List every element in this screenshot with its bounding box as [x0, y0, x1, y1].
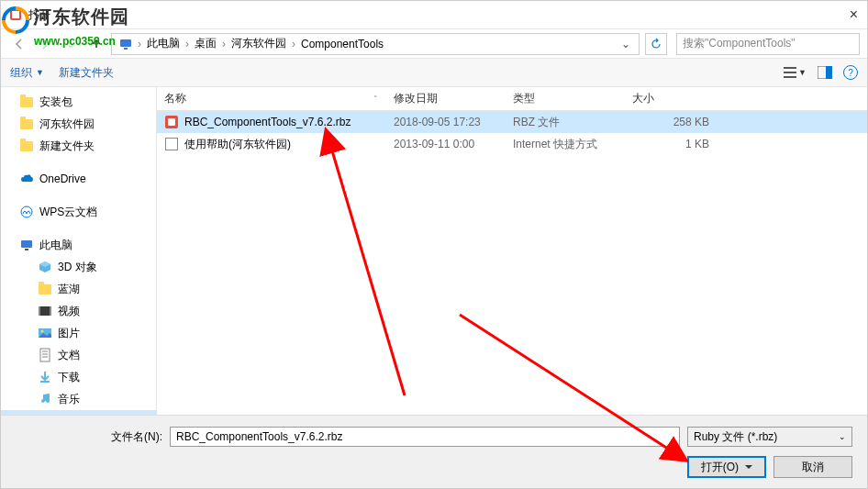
sidebar-item-label: 河东软件园	[39, 117, 95, 132]
filename-label: 文件名(N):	[16, 429, 162, 445]
chevron-down-icon: ⌄	[839, 432, 846, 441]
dialog-footer: 文件名(N): Ruby 文件 (*.rbz) ⌄ 打开(O) 取消	[1, 415, 867, 488]
col-date[interactable]: 修改日期	[386, 91, 506, 106]
docs-icon	[38, 348, 52, 362]
sidebar-item-6[interactable]: 3D 对象	[1, 256, 156, 278]
svg-rect-8	[826, 66, 832, 79]
breadcrumb[interactable]: › 此电脑 › 桌面 › 河东软件园 › ComponentTools ⌄	[111, 33, 640, 55]
refresh-icon[interactable]	[645, 33, 667, 55]
sidebar-item-label: 此电脑	[39, 238, 72, 253]
sidebar-item-label: 文档	[58, 348, 80, 363]
help-icon[interactable]: ?	[843, 65, 858, 80]
main-area: 安装包河东软件园新建文件夹OneDriveWPS云文档此电脑3D 对象蓝湖视频图…	[1, 87, 867, 416]
toolbar: 组织 ▼ 新建文件夹 ▼ ?	[1, 58, 867, 87]
window-title: 打开	[28, 7, 50, 23]
breadcrumb-item[interactable]: ComponentTools	[297, 38, 387, 50]
file-date: 2013-09-11 0:00	[386, 138, 506, 150]
organize-button[interactable]: 组织 ▼	[10, 65, 44, 81]
svg-rect-5	[784, 72, 796, 73]
svg-rect-3	[124, 48, 128, 50]
sidebar-item-label: 安装包	[39, 94, 72, 110]
sidebar-item-label: 视频	[58, 304, 80, 319]
file-size: 258 KB	[625, 116, 717, 128]
sidebar-item-3[interactable]: OneDrive	[1, 168, 156, 190]
cancel-button[interactable]: 取消	[773, 456, 852, 478]
nav-forward-icon[interactable]	[34, 33, 56, 55]
sidebar-item-0[interactable]: 安装包	[1, 91, 156, 113]
file-date: 2018-09-05 17:23	[386, 116, 506, 128]
nav-back-icon[interactable]	[8, 33, 30, 55]
sidebar-item-7[interactable]: 蓝湖	[1, 278, 156, 300]
column-headers: 名称˄ 修改日期 类型 大小	[157, 87, 867, 111]
sidebar-item-10[interactable]: 文档	[1, 344, 156, 366]
link-icon	[164, 137, 179, 151]
svg-point-9	[21, 206, 32, 217]
folder-icon	[38, 282, 52, 296]
filetype-select[interactable]: Ruby 文件 (*.rbz) ⌄	[687, 427, 852, 447]
new-folder-button[interactable]: 新建文件夹	[59, 65, 114, 81]
navbar: ⌄ › 此电脑 › 桌面 › 河东软件园 › ComponentTools ⌄ …	[1, 28, 867, 58]
pictures-icon	[38, 326, 52, 340]
chevron-right-icon[interactable]: ›	[138, 38, 141, 50]
chevron-right-icon[interactable]: ›	[292, 38, 295, 50]
file-row[interactable]: RBC_ComponentTools_v7.6.2.rbz2018-09-05 …	[157, 111, 867, 133]
svg-rect-1	[12, 11, 19, 18]
preview-pane-button[interactable]	[818, 66, 832, 79]
breadcrumb-item[interactable]: 此电脑	[143, 36, 184, 51]
sidebar-item-label: WPS云文档	[39, 205, 97, 220]
video-icon	[38, 304, 52, 318]
sidebar-item-label: 新建文件夹	[39, 139, 95, 154]
breadcrumb-item[interactable]: 河东软件园	[228, 36, 290, 51]
sidebar-item-label: 图片	[58, 326, 80, 341]
sidebar-item-11[interactable]: 下载	[1, 366, 156, 388]
view-mode-button[interactable]: ▼	[784, 66, 807, 79]
sidebar-item-8[interactable]: 视频	[1, 300, 156, 322]
sidebar-item-4[interactable]: WPS云文档	[1, 201, 156, 223]
sidebar-item-label: OneDrive	[39, 172, 86, 185]
close-icon[interactable]: ×	[850, 6, 858, 23]
svg-rect-4	[784, 67, 796, 69]
file-row[interactable]: 使用帮助(河东软件园)2013-09-11 0:00Internet 快捷方式1…	[157, 133, 867, 155]
sidebar-item-label: 下载	[58, 370, 80, 385]
svg-rect-13	[39, 306, 40, 316]
svg-rect-14	[50, 306, 51, 316]
col-name[interactable]: 名称˄	[157, 91, 386, 106]
svg-rect-17	[40, 349, 50, 361]
folder-icon	[19, 94, 34, 109]
file-type: Internet 快捷方式	[506, 137, 625, 152]
file-name: 使用帮助(河东软件园)	[184, 137, 291, 152]
pc-icon	[19, 238, 34, 252]
rbz-icon	[164, 115, 179, 129]
sidebar-item-2[interactable]: 新建文件夹	[1, 135, 156, 157]
svg-rect-6	[784, 76, 796, 78]
col-type[interactable]: 类型	[506, 91, 625, 106]
3d-icon	[38, 260, 52, 274]
folder-icon	[19, 117, 34, 131]
file-size: 1 KB	[625, 138, 717, 150]
chevron-right-icon[interactable]: ›	[185, 38, 189, 50]
file-type: RBZ 文件	[506, 115, 625, 130]
svg-rect-12	[39, 306, 51, 316]
filename-input[interactable]	[170, 427, 680, 447]
open-button[interactable]: 打开(O)	[687, 456, 766, 478]
col-size[interactable]: 大小	[625, 91, 717, 106]
sidebar-item-9[interactable]: 图片	[1, 322, 156, 344]
svg-rect-11	[25, 249, 28, 250]
sidebar-item-5[interactable]: 此电脑	[1, 234, 156, 256]
sidebar-item-12[interactable]: 音乐	[1, 388, 156, 410]
downloads-icon	[38, 370, 52, 384]
onedrive-icon	[19, 172, 34, 186]
nav-recent-icon[interactable]: ⌄	[60, 33, 82, 55]
chevron-down-icon[interactable]: ⌄	[617, 38, 635, 50]
app-icon	[8, 7, 23, 22]
search-placeholder: 搜索"ComponentTools"	[683, 36, 796, 51]
folder-icon	[19, 139, 34, 153]
pc-icon[interactable]	[116, 38, 136, 50]
breadcrumb-item[interactable]: 桌面	[191, 36, 220, 51]
search-input[interactable]: 搜索"ComponentTools"	[676, 33, 860, 55]
chevron-right-icon[interactable]: ›	[222, 38, 226, 50]
sidebar: 安装包河东软件园新建文件夹OneDriveWPS云文档此电脑3D 对象蓝湖视频图…	[1, 87, 157, 416]
nav-up-icon[interactable]	[85, 33, 107, 55]
file-name: RBC_ComponentTools_v7.6.2.rbz	[184, 116, 351, 128]
sidebar-item-1[interactable]: 河东软件园	[1, 113, 156, 135]
